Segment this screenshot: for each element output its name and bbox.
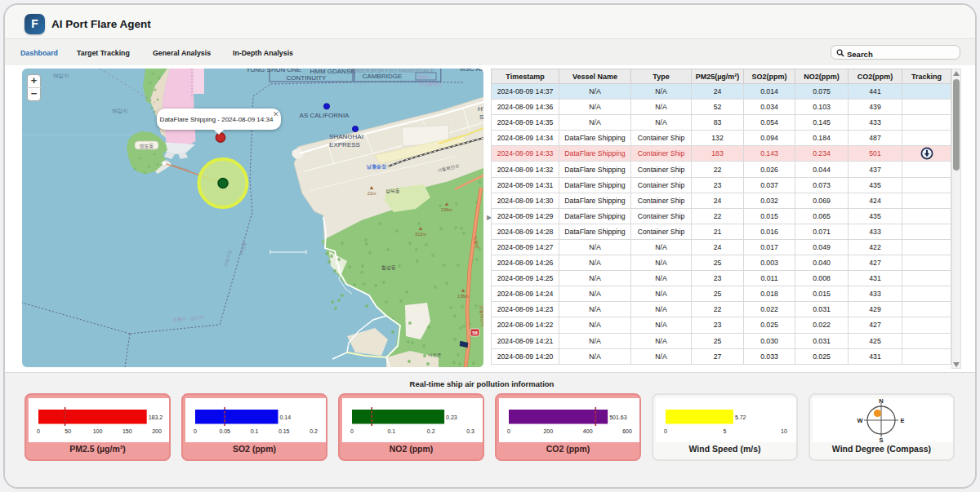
svg-text:58: 58 [472, 330, 478, 335]
svg-text:N: N [879, 398, 883, 405]
svg-text:TIMBERJRSKYSO HAWERDALE: TIMBERJRSKYSO HAWERDALE [348, 69, 434, 73]
svg-text:0: 0 [664, 428, 667, 434]
svg-text:서천로: 서천로 [428, 352, 442, 357]
svg-text:50: 50 [65, 428, 71, 434]
svg-text:200: 200 [543, 428, 553, 434]
svg-text:창원시: 창원시 [417, 74, 431, 80]
svg-text:0.1: 0.1 [251, 428, 259, 434]
svg-text:0.2: 0.2 [310, 428, 318, 434]
svg-text:부산광역시: 부산광역시 [419, 82, 442, 86]
svg-text:0.14: 0.14 [280, 414, 292, 420]
svg-text:150: 150 [122, 428, 132, 434]
svg-text:312m: 312m [415, 232, 426, 237]
svg-text:매립지: 매립지 [53, 73, 69, 78]
svg-text:EXPRESS: EXPRESS [329, 141, 360, 148]
svg-text:W: W [857, 417, 863, 424]
svg-text:0.1: 0.1 [387, 428, 395, 434]
svg-text:5.72: 5.72 [735, 414, 746, 420]
svg-text:0: 0 [194, 428, 197, 434]
svg-text:0: 0 [350, 428, 354, 434]
svg-text:236m: 236m [441, 207, 452, 212]
svg-text:HY: HY [478, 105, 483, 113]
svg-text:0: 0 [37, 428, 40, 434]
svg-text:100: 100 [93, 428, 103, 434]
svg-text:0: 0 [507, 428, 510, 434]
svg-text:합성동: 합성동 [381, 265, 396, 271]
svg-text:E: E [900, 417, 904, 424]
svg-text:SHANGHAI: SHANGHAI [329, 133, 363, 140]
svg-text:남철송장: 남철송장 [367, 164, 386, 170]
svg-text:0.05: 0.05 [219, 428, 230, 434]
svg-text:21m: 21m [368, 191, 376, 196]
svg-text:5: 5 [724, 428, 727, 434]
svg-text:0.15: 0.15 [278, 428, 290, 434]
svg-text:연도동: 연도동 [140, 144, 154, 148]
svg-text:0.3: 0.3 [466, 428, 474, 434]
svg-text:136m: 136m [457, 294, 469, 299]
svg-text:매립지: 매립지 [112, 108, 128, 113]
svg-text:CAMBRIDGE: CAMBRIDGE [363, 73, 402, 80]
svg-text:0.23: 0.23 [446, 414, 457, 420]
svg-text:S: S [879, 437, 883, 443]
svg-text:10: 10 [781, 428, 787, 434]
svg-text:CONTINUITY: CONTINUITY [287, 74, 327, 82]
svg-text:183.2: 183.2 [149, 414, 163, 420]
svg-text:600: 600 [622, 428, 632, 434]
svg-text:YUNG SHUN ONE: YUNG SHUN ONE [246, 69, 301, 73]
svg-text:200: 200 [152, 428, 162, 434]
svg-text:SH: SH [479, 113, 483, 121]
svg-text:501.63: 501.63 [609, 414, 627, 420]
svg-text:MSC ALBA: MSC ALBA [460, 69, 483, 73]
svg-text:상북동: 상북동 [385, 188, 400, 193]
svg-text:400: 400 [583, 428, 593, 434]
svg-text:AS CALIFORNIA: AS CALIFORNIA [300, 112, 350, 119]
svg-text:0.2: 0.2 [427, 428, 435, 434]
